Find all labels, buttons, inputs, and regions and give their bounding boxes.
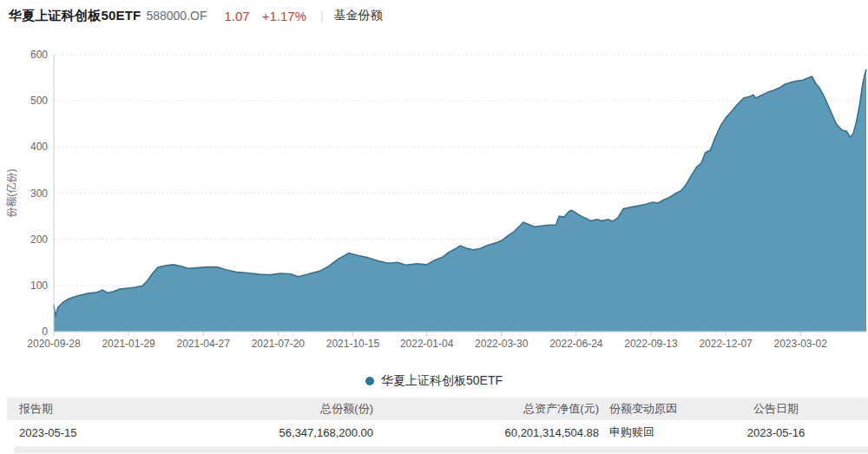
next-row-strip bbox=[14, 446, 868, 453]
nav-change-percent: +1.17% bbox=[262, 9, 306, 23]
x-tick-label: 2021-01-29 bbox=[102, 338, 155, 350]
series-area bbox=[54, 69, 866, 332]
col-change-reason: 份额变动原因 bbox=[606, 401, 719, 417]
legend-series-label[interactable]: 华夏上证科创板50ETF bbox=[381, 373, 503, 389]
col-announce-date: 公告日期 bbox=[719, 401, 868, 417]
col-report-date: 报告期 bbox=[7, 401, 175, 417]
x-tick-label: 2022-12-07 bbox=[699, 338, 753, 350]
chart-legend: 华夏上证科创板50ETF bbox=[0, 365, 868, 398]
x-tick-label: 2021-10-15 bbox=[326, 338, 380, 350]
cell-announce-date: 2023-05-16 bbox=[719, 426, 868, 439]
fund-shares-chart: 0100200300400500600份额(亿份)2020-09-282021-… bbox=[0, 31, 868, 365]
y-tick-label: 600 bbox=[30, 49, 48, 61]
y-axis-title: 份额(亿份) bbox=[5, 169, 17, 218]
cell-change-reason: 申购赎回 bbox=[606, 424, 719, 440]
x-tick-label: 2022-09-13 bbox=[624, 338, 678, 350]
x-tick-label: 2022-03-30 bbox=[475, 338, 529, 350]
x-tick-label: 2021-04-27 bbox=[177, 338, 231, 350]
col-total-shares: 总份额(份) bbox=[175, 401, 380, 417]
y-tick-label: 0 bbox=[42, 326, 48, 338]
x-tick-label: 2023-03-02 bbox=[773, 338, 827, 350]
x-tick-label: 2021-07-20 bbox=[252, 338, 306, 350]
nav-value: 1.07 bbox=[224, 9, 249, 23]
table-row: 2023-05-15 56,347,168,200.00 60,201,314,… bbox=[7, 420, 868, 444]
area-chart-canvas: 0100200300400500600份额(亿份)2020-09-282021-… bbox=[0, 31, 868, 365]
cell-report-date: 2023-05-15 bbox=[7, 426, 175, 439]
y-tick-label: 400 bbox=[30, 141, 48, 153]
fund-code: 588000.OF bbox=[146, 9, 207, 23]
fund-name: 华夏上证科创板50ETF bbox=[9, 8, 141, 24]
tab-fund-shares[interactable]: 基金份额 bbox=[334, 8, 383, 23]
col-total-net-assets: 总资产净值(元) bbox=[380, 401, 606, 417]
table-header-row: 报告期 总份额(份) 总资产净值(元) 份额变动原因 公告日期 bbox=[7, 398, 868, 420]
y-tick-label: 200 bbox=[30, 234, 48, 246]
x-tick-label: 2022-01-04 bbox=[400, 338, 454, 350]
cell-total-net-assets: 60,201,314,504.88 bbox=[380, 426, 606, 439]
x-tick-label: 2020-09-28 bbox=[27, 338, 81, 350]
y-tick-label: 100 bbox=[30, 280, 48, 292]
x-tick-label: 2022-06-24 bbox=[549, 338, 603, 350]
y-tick-label: 500 bbox=[30, 95, 48, 107]
header-bar: 华夏上证科创板50ETF 588000.OF 1.07 +1.17% | 基金份… bbox=[0, 0, 868, 31]
divider: | bbox=[320, 9, 324, 23]
legend-series-dot[interactable] bbox=[365, 377, 374, 385]
share-change-table: 报告期 总份额(份) 总资产净值(元) 份额变动原因 公告日期 2023-05-… bbox=[7, 398, 868, 453]
cell-total-shares: 56,347,168,200.00 bbox=[175, 426, 380, 439]
y-tick-label: 300 bbox=[30, 188, 48, 200]
